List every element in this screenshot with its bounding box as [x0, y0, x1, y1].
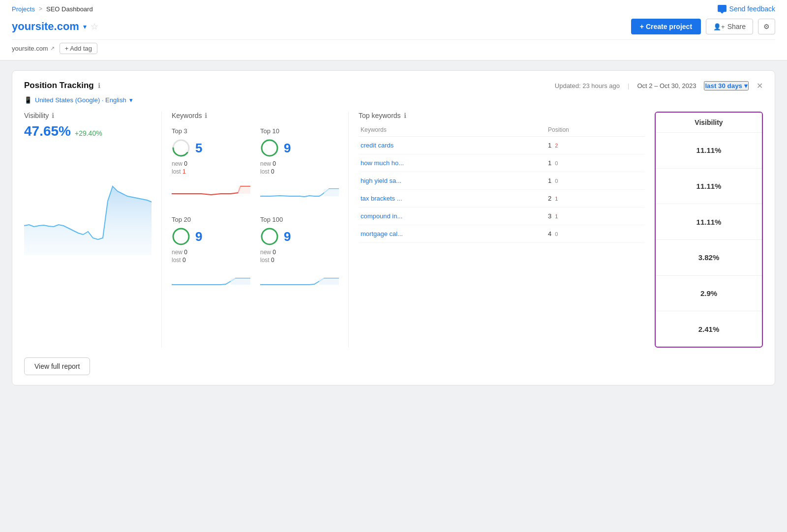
- group-label-top100: Top 100: [260, 216, 339, 223]
- gear-icon: ⚙: [763, 23, 770, 30]
- card-meta: Updated: 23 hours ago | Oct 2 – Oct 30, …: [555, 81, 763, 90]
- keyword-link[interactable]: how much ho...: [361, 159, 404, 167]
- vis-col-row: 3.82%: [656, 240, 762, 276]
- group-number-top100: 9: [284, 229, 291, 244]
- close-button[interactable]: ✕: [757, 81, 763, 90]
- keywords-grid: Top 3 5 new 0 los: [172, 123, 338, 295]
- vis-col-row: 2.41%: [656, 311, 762, 347]
- svg-point-4: [262, 229, 277, 244]
- vis-col-row: 11.11%: [656, 133, 762, 169]
- visibility-percent: 47.65%: [24, 123, 71, 139]
- keyword-cell: mortgage cal...: [359, 225, 546, 243]
- group-number-top10: 9: [284, 141, 291, 156]
- share-icon: 👤+: [713, 23, 725, 30]
- position-change: 0: [553, 231, 558, 237]
- tag-row: yoursite.com ↗ + Add tag: [12, 39, 775, 60]
- keyword-group-top3: Top 3 5 new 0 los: [172, 127, 250, 206]
- site-dropdown-icon[interactable]: ▾: [83, 23, 87, 30]
- position-cell: 1 2: [546, 137, 645, 154]
- group-stats-top20: new 0 lost 0: [172, 249, 250, 264]
- keyword-cell: how much ho...: [359, 154, 546, 172]
- position-cell: 1 0: [546, 172, 645, 190]
- group-label-top10: Top 10: [260, 127, 339, 135]
- position-change: 1: [553, 213, 558, 219]
- table-row: credit cards1 2: [359, 137, 645, 154]
- site-title: yoursite.com ▾ ☆: [12, 20, 98, 33]
- card-header: Position Tracking ℹ Updated: 23 hours ag…: [24, 81, 763, 90]
- star-icon[interactable]: ☆: [91, 21, 98, 32]
- circle-badge-top20: [172, 227, 190, 246]
- view-full-report-button[interactable]: View full report: [24, 357, 90, 375]
- visibility-info-icon[interactable]: ℹ: [52, 112, 54, 119]
- updated-label: Updated: 23 hours ago: [555, 82, 620, 89]
- keywords-table-header-row: Keywords Position: [359, 123, 645, 137]
- circle-badge-top100: [260, 227, 279, 246]
- keywords-label-text: Keywords: [172, 112, 202, 119]
- position-change: 0: [553, 178, 558, 184]
- date-range: Oct 2 – Oct 30, 2023: [637, 82, 696, 89]
- share-button[interactable]: 👤+ Share: [706, 19, 753, 34]
- breadcrumb: Projects > SEO Dashboard: [12, 5, 93, 13]
- settings-button[interactable]: ⚙: [758, 19, 775, 34]
- sparkline-top10: [260, 179, 339, 206]
- vis-col-row: 2.9%: [656, 276, 762, 312]
- position-value: 2: [548, 195, 551, 202]
- keyword-group-top10: Top 10 9 new 0 lost 0: [260, 127, 339, 206]
- visibility-value: 47.65% +29.40%: [24, 123, 151, 139]
- keywords-label: Keywords ℹ: [172, 112, 338, 119]
- position-cell: 3 1: [546, 207, 645, 225]
- keyword-link[interactable]: credit cards: [361, 142, 394, 149]
- stats-grid: Visibility ℹ 47.65% +29.40%: [24, 112, 763, 348]
- keyword-link[interactable]: mortgage cal...: [361, 230, 403, 237]
- site-link[interactable]: yoursite.com ↗: [12, 45, 55, 52]
- keyword-link[interactable]: high yield sa...: [361, 177, 401, 184]
- position-cell: 1 0: [546, 154, 645, 172]
- period-label: last 30 days: [705, 82, 742, 89]
- keywords-info-icon[interactable]: ℹ: [205, 112, 207, 119]
- top-keywords-info-icon[interactable]: ℹ: [404, 112, 406, 119]
- keyword-link[interactable]: compound in...: [361, 212, 402, 220]
- title-info-icon[interactable]: ℹ: [98, 82, 100, 89]
- period-selector[interactable]: last 30 days ▾: [704, 81, 749, 90]
- keywords-section: Keywords ℹ Top 3: [162, 112, 349, 348]
- add-tag-button[interactable]: + Add tag: [60, 43, 97, 54]
- group-value-top100: 9: [260, 227, 339, 246]
- send-feedback-button[interactable]: Send feedback: [718, 5, 775, 13]
- position-change: 1: [553, 196, 558, 202]
- keyword-link[interactable]: tax brackets ...: [361, 195, 402, 202]
- top-keywords-section: Top keywords ℹ Keywords Position credit …: [349, 112, 655, 348]
- breadcrumb-projects[interactable]: Projects: [12, 5, 35, 13]
- visibility-column: Visibility 11.11%11.11%11.11%3.82%2.9%2.…: [655, 112, 763, 348]
- location-row[interactable]: 📱 United States (Google) · English ▾: [24, 96, 763, 104]
- visibility-label: Visibility ℹ: [24, 112, 151, 119]
- group-number-top3: 5: [195, 141, 202, 156]
- position-cell: 2 1: [546, 190, 645, 207]
- main-content: Position Tracking ℹ Updated: 23 hours ag…: [0, 60, 787, 395]
- share-label: Share: [727, 23, 746, 30]
- site-name[interactable]: yoursite.com: [12, 20, 79, 33]
- table-row: high yield sa...1 0: [359, 172, 645, 190]
- group-stats-top3: new 0 lost 1: [172, 160, 250, 175]
- circle-badge-top3: [172, 139, 190, 157]
- location-icon: 📱: [24, 96, 32, 104]
- external-link-icon: ↗: [50, 45, 55, 52]
- visibility-change: +29.40%: [75, 129, 102, 137]
- position-value: 1: [548, 177, 551, 184]
- top-keywords-label-text: Top keywords: [359, 112, 401, 119]
- keywords-table-head: Keywords Position: [359, 123, 645, 137]
- vis-col-row: 11.11%: [656, 169, 762, 205]
- group-value-top20: 9: [172, 227, 250, 246]
- keyword-group-top100: Top 100 9 new 0 lost 0: [260, 216, 339, 295]
- location-dropdown-icon: ▾: [129, 96, 133, 104]
- group-stats-top100: new 0 lost 0: [260, 249, 339, 264]
- keywords-table: Keywords Position credit cards1 2how muc…: [359, 123, 645, 243]
- visibility-section: Visibility ℹ 47.65% +29.40%: [24, 112, 162, 348]
- position-value: 1: [548, 142, 551, 149]
- group-value-top10: 9: [260, 139, 339, 157]
- create-project-button[interactable]: + Create project: [631, 19, 701, 34]
- breadcrumb-separator: >: [39, 5, 42, 12]
- sparkline-top20: [172, 267, 250, 295]
- col-header-keyword: Keywords: [359, 123, 546, 137]
- group-label-top20: Top 20: [172, 216, 250, 223]
- table-row: compound in...3 1: [359, 207, 645, 225]
